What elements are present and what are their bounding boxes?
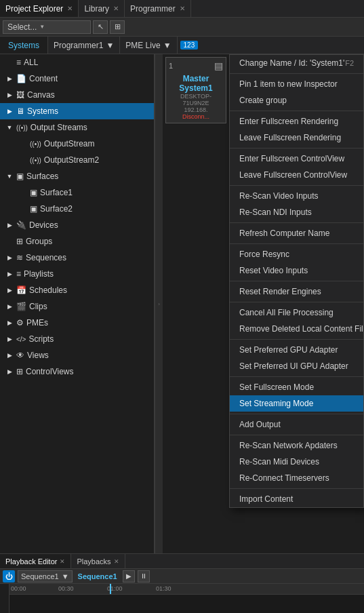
context-menu-item-enter-control[interactable]: Enter Fullscreen ControlView [230, 151, 363, 167]
context-menu-item-cancel-file[interactable]: Cancel All File Processing [230, 304, 363, 321]
ruler-mark-1: 00:30 [58, 585, 74, 592]
context-menu-item-streaming-mode[interactable]: Set Streaming Mode [230, 395, 363, 412]
pause-button[interactable]: ⏸ [138, 570, 150, 582]
power-button[interactable]: ⏻ [3, 570, 15, 582]
bottom-tabs: Playback Editor ✕ Playbacks ✕ [0, 554, 364, 569]
context-menu-item-reset-render[interactable]: Reset Render Engines [230, 283, 363, 300]
context-menu-item-leave-control[interactable]: Leave Fullscreen ControlView [230, 167, 363, 183]
tree-item-surface2[interactable]: ▣ Surface2 [0, 201, 154, 217]
sequence-dropdown[interactable]: Sequence1 ▼ [18, 570, 73, 582]
context-menu-item-fullscreen-mode[interactable]: Set Fullscreen Mode [230, 379, 363, 395]
all-icon: ≡ [16, 58, 21, 67]
playhead[interactable] [110, 584, 111, 594]
context-menu-item-reset-video[interactable]: Reset Video Inputs [230, 262, 363, 279]
tree-item-surface1[interactable]: ▣ Surface1 [0, 184, 154, 201]
devices-label: Devices [29, 220, 58, 230]
system-card-ip: 192.168. [169, 106, 223, 113]
context-menu-item-create-group[interactable]: Create group [230, 92, 363, 108]
context-menu-item-label-enter-control: Enter Fullscreen ControlView [239, 154, 344, 163]
context-menu-separator [230, 185, 363, 186]
programmer1-dropdown[interactable]: Programmer1 ▼ [48, 37, 120, 54]
close-library-icon[interactable]: ✕ [113, 5, 119, 12]
context-menu-item-rescan-ndi[interactable]: Re-Scan NDI Inputs [230, 204, 363, 220]
context-menu-item-pin[interactable]: Pin 1 item to new Inspector [230, 76, 363, 92]
context-menu-item-reconnect-time[interactable]: Re-Connect Timeservers [230, 470, 363, 486]
close-playback-editor-icon[interactable]: ✕ [60, 558, 65, 565]
scripts-arrow: ▶ [5, 336, 14, 342]
tree-item-systems[interactable]: ▶ 🖥 Systems [0, 103, 154, 119]
context-menu-item-leave-fullscreen[interactable]: Leave Fullscreen Rendering [230, 130, 363, 146]
context-menu-item-enter-fullscreen[interactable]: Enter Fullscreen Rendering [230, 113, 363, 130]
tab-playbacks[interactable]: Playbacks ✕ [71, 554, 125, 568]
systems-arrow: ▶ [5, 108, 14, 115]
close-playbacks-icon[interactable]: ✕ [114, 558, 119, 565]
second-bar: Systems Programmer1 ▼ PME Live ▼ 123 [0, 37, 364, 54]
tree-item-groups[interactable]: ⊞ Groups [0, 233, 154, 250]
context-menu-item-add-output[interactable]: Add Output [230, 416, 363, 433]
timeline-content: 00:00 00:30 01:00 01:30 🎬 [9, 584, 364, 613]
tree-item-outputstream[interactable]: ((•)) OutputStream [0, 136, 154, 152]
canvas-icon: 🖼 [16, 90, 24, 100]
ruler-mark-3: 01:30 [156, 585, 171, 592]
cursor-tool-button[interactable]: ↖ [93, 20, 108, 34]
play-button[interactable]: ▶ [123, 570, 135, 582]
tree-item-all[interactable]: ≡ ALL [0, 54, 154, 71]
tab-library[interactable]: Library ✕ [79, 0, 125, 17]
system-card[interactable]: 1 ▤ Master System1 DESKTOP-71U9N2E 192.1… [165, 57, 226, 123]
context-menu-item-pref-ui-gpu[interactable]: Set Preferred UI GPU Adapter [230, 358, 363, 374]
close-project-explorer-icon[interactable]: ✕ [67, 5, 73, 12]
tree-item-controlviews[interactable]: ▶ ⊞ ControlViews [0, 363, 154, 380]
tree-item-output-streams[interactable]: ▼ ((•)) Output Streams [0, 119, 154, 136]
context-menu-item-rename[interactable]: Change Name / Id: 'System1'F2 [230, 55, 363, 71]
panel-scroll-arrow[interactable]: › [155, 54, 163, 553]
outputstream2-label: OutputStream2 [44, 155, 99, 165]
track-1-content[interactable] [9, 595, 364, 613]
programmer1-arrow-icon: ▼ [106, 41, 114, 50]
sequences-label: Sequences [26, 253, 66, 262]
pmes-icon: ⚙ [16, 318, 24, 328]
close-programmer-icon[interactable]: ✕ [180, 5, 185, 12]
groups-icon: ⊞ [16, 237, 23, 246]
tree-item-clips[interactable]: ▶ 🎬 Clips [0, 298, 154, 315]
views-arrow: ▶ [5, 352, 14, 359]
context-menu-item-rescan-midi[interactable]: Re-Scan Midi Devices [230, 454, 363, 470]
clips-label: Clips [29, 302, 47, 311]
content-arrow: ▶ [5, 75, 14, 82]
context-menu-item-pref-gpu[interactable]: Set Preferred GPU Adapter [230, 342, 363, 358]
outputstream2-icon: ((•)) [30, 157, 41, 164]
tree-item-playlists[interactable]: ▶ ≡ Playlists [0, 266, 154, 282]
tab-programmer[interactable]: Programmer ✕ [125, 0, 191, 17]
systems-tab[interactable]: Systems [0, 37, 48, 54]
context-menu-item-remove-deleted[interactable]: Remove Deleted Local Content Files [230, 321, 363, 337]
context-menu: Change Name / Id: 'System1'F2Pin 1 item … [229, 54, 364, 508]
content-label: Content [29, 74, 58, 83]
tree-item-content[interactable]: ▶ 📄 Content [0, 71, 154, 87]
select-dropdown[interactable]: Select... ▼ [3, 20, 91, 34]
tree-item-views[interactable]: ▶ 👁 Views [0, 347, 154, 363]
grid-view-button[interactable]: ⊞ [110, 20, 125, 34]
pme-live-dropdown[interactable]: PME Live ▼ [120, 37, 177, 54]
bottom-area: Playback Editor ✕ Playbacks ✕ ⏻ Sequence… [0, 553, 364, 613]
sequence-display-name: Sequence1 [78, 572, 117, 580]
context-menu-item-label-remove-deleted: Remove Deleted Local Content Files [239, 324, 364, 334]
context-menu-item-force-resync[interactable]: Force Resync [230, 246, 363, 262]
context-menu-item-rescan-network[interactable]: Re-Scan Network Apdaters [230, 437, 363, 454]
programmer1-label: Programmer1 [54, 41, 103, 50]
tree-item-canvas[interactable]: ▶ 🖼 Canvas [0, 87, 154, 103]
pme-live-label: PME Live [125, 41, 160, 50]
tree-item-sequences[interactable]: ▶ ≋ Sequences [0, 250, 154, 266]
tree-item-outputstream2[interactable]: ((•)) OutputStream2 [0, 152, 154, 168]
tree-item-devices[interactable]: ▶ 🔌 Devices [0, 217, 154, 233]
context-menu-item-refresh-name[interactable]: Refresh Computer Name [230, 225, 363, 241]
tree-item-surfaces[interactable]: ▼ ▣ Surfaces [0, 168, 154, 184]
context-menu-item-rescan-video[interactable]: Re-Scan Video Inputs [230, 188, 363, 204]
tab-project-explorer[interactable]: Project Explorer ✕ [0, 0, 79, 17]
context-menu-item-import-content[interactable]: Import Content [230, 491, 363, 507]
tree-item-scripts[interactable]: ▶ </> Scripts [0, 331, 154, 347]
context-menu-item-label-rename: Change Name / Id: 'System1' [239, 58, 344, 68]
tab-playback-editor[interactable]: Playback Editor ✕ [0, 554, 71, 568]
context-menu-separator [230, 281, 363, 281]
playback-editor-label: Playback Editor [5, 557, 57, 566]
tree-item-schedules[interactable]: ▶ 📅 Schedules [0, 282, 154, 298]
tree-item-pmes[interactable]: ▶ ⚙ PMEs [0, 315, 154, 331]
